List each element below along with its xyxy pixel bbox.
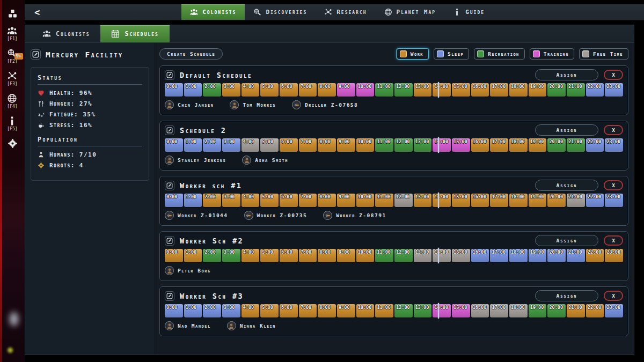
assign-button[interactable]: Assign (535, 124, 598, 136)
slot-18-00[interactable]: 18:00 (509, 138, 528, 152)
slot-11-00[interactable]: 11:00 (375, 138, 393, 152)
slot-4-00[interactable]: 4:00 (241, 83, 260, 97)
slot-14-00[interactable]: 14:00 (433, 138, 451, 152)
slot-9-00[interactable]: 9:00 (337, 304, 355, 317)
top-tab-planet-map[interactable]: Planet Map (376, 4, 445, 20)
member-peter-borg[interactable]: Peter Borg (165, 266, 211, 275)
slot-2-00[interactable]: 2:00 (203, 249, 221, 262)
rail-item-discoveries[interactable]: [F2]9+ (7, 48, 17, 64)
slot-1-00[interactable]: 1:00 (184, 194, 202, 207)
slot-1-00[interactable]: 1:00 (184, 249, 202, 262)
slot-7-00[interactable]: 7:00 (299, 83, 317, 97)
slot-5-00[interactable]: 5:00 (260, 249, 279, 262)
slot-16-00[interactable]: 16:00 (471, 138, 489, 152)
slot-7-00[interactable]: 7:00 (299, 304, 317, 317)
member-asha-smith[interactable]: Asha Smith (242, 156, 288, 165)
slot-12-00[interactable]: 12:00 (394, 249, 413, 262)
slot-13-00[interactable]: 13:00 (414, 83, 432, 97)
slot-23-00[interactable]: 23:00 (605, 83, 623, 97)
slot-0-00[interactable]: 0:00 (165, 194, 183, 207)
slot-4-00[interactable]: 4:00 (241, 194, 260, 207)
edit-icon[interactable] (165, 125, 174, 135)
legend-recreation[interactable]: Recreation (474, 48, 525, 60)
slot-17-00[interactable]: 17:00 (490, 249, 508, 262)
slot-22-00[interactable]: 22:00 (586, 249, 604, 262)
slot-5-00[interactable]: 5:00 (260, 304, 279, 317)
slot-1-00[interactable]: 1:00 (184, 304, 202, 317)
slot-22-00[interactable]: 22:00 (586, 304, 604, 317)
member-ninna-klein[interactable]: Ninna Klein (227, 321, 276, 330)
slot-19-00[interactable]: 19:00 (529, 83, 547, 97)
slot-14-00[interactable]: 14:00 (433, 194, 451, 207)
delete-button[interactable]: X (604, 70, 623, 80)
member-nao-mandel[interactable]: Nao Mandel (165, 321, 211, 330)
slot-19-00[interactable]: 19:00 (529, 249, 547, 262)
edit-icon[interactable] (31, 49, 41, 60)
slot-4-00[interactable]: 4:00 (241, 138, 260, 152)
slot-17-00[interactable]: 17:00 (490, 83, 508, 97)
slot-8-00[interactable]: 8:00 (318, 194, 336, 207)
slot-2-00[interactable]: 2:00 (203, 138, 221, 152)
slot-1-00[interactable]: 1:00 (184, 138, 202, 152)
member-worker-z-00735[interactable]: Worker Z-00735 (244, 211, 308, 220)
slot-18-00[interactable]: 18:00 (509, 304, 528, 317)
edit-icon[interactable] (165, 236, 174, 246)
slot-15-00[interactable]: 15:00 (452, 194, 470, 207)
rail-item-colonists[interactable]: [F1] (7, 26, 17, 41)
slot-20-00[interactable]: 20:00 (547, 83, 566, 97)
slot-21-00[interactable]: 21:00 (567, 83, 585, 97)
slot-23-00[interactable]: 23:00 (605, 138, 623, 152)
slot-5-00[interactable]: 5:00 (260, 83, 279, 97)
slot-11-00[interactable]: 11:00 (375, 83, 393, 97)
slot-16-00[interactable]: 16:00 (471, 83, 489, 97)
slot-23-00[interactable]: 23:00 (605, 249, 623, 262)
member-driller-z-07658[interactable]: Driller Z-07658 (292, 100, 358, 109)
slot-9-00[interactable]: 9:00 (337, 194, 355, 207)
slot-15-00[interactable]: 15:00 (452, 138, 470, 152)
legend-free-time[interactable]: Free Time (579, 48, 628, 60)
slot-20-00[interactable]: 20:00 (547, 249, 566, 262)
slot-6-00[interactable]: 6:00 (280, 138, 298, 152)
rail-item-settings[interactable] (8, 138, 18, 149)
slot-17-00[interactable]: 17:00 (490, 194, 508, 207)
slot-20-00[interactable]: 20:00 (547, 194, 566, 207)
slot-5-00[interactable]: 5:00 (260, 194, 279, 207)
edit-icon[interactable] (165, 181, 174, 190)
slot-8-00[interactable]: 8:00 (318, 304, 336, 317)
assign-button[interactable]: Assign (535, 69, 598, 80)
slot-8-00[interactable]: 8:00 (318, 138, 336, 152)
rail-item-colony[interactable] (8, 9, 18, 19)
create-schedule-button[interactable]: Create Schedule (159, 48, 223, 60)
slot-13-00[interactable]: 13:00 (414, 194, 432, 207)
slot-8-00[interactable]: 8:00 (318, 249, 336, 262)
slot-2-00[interactable]: 2:00 (203, 83, 221, 97)
slot-21-00[interactable]: 21:00 (567, 304, 585, 317)
member-worker-z-08791[interactable]: Worker Z-08791 (323, 211, 386, 220)
assign-button[interactable]: Assign (535, 180, 598, 191)
slot-10-00[interactable]: 10:00 (356, 249, 375, 262)
slot-4-00[interactable]: 4:00 (241, 304, 260, 317)
slot-16-00[interactable]: 16:00 (471, 194, 489, 207)
slot-22-00[interactable]: 22:00 (586, 194, 604, 207)
member-tom-morris[interactable]: Tom Morris (230, 100, 276, 109)
slot-18-00[interactable]: 18:00 (509, 194, 528, 207)
top-tab-research[interactable]: Research (316, 4, 375, 20)
slot-11-00[interactable]: 11:00 (375, 304, 393, 317)
slot-21-00[interactable]: 21:00 (567, 249, 585, 262)
slot-6-00[interactable]: 6:00 (280, 304, 298, 317)
slot-19-00[interactable]: 19:00 (529, 194, 547, 207)
slot-4-00[interactable]: 4:00 (241, 249, 260, 262)
slot-7-00[interactable]: 7:00 (299, 138, 317, 152)
slot-21-00[interactable]: 21:00 (567, 138, 585, 152)
slot-12-00[interactable]: 12:00 (394, 194, 413, 207)
delete-button[interactable]: X (604, 125, 623, 135)
slot-0-00[interactable]: 0:00 (165, 249, 183, 262)
edit-icon[interactable] (165, 70, 174, 80)
slot-12-00[interactable]: 12:00 (394, 304, 413, 317)
slot-13-00[interactable]: 13:00 (414, 249, 432, 262)
slot-9-00[interactable]: 9:00 (337, 83, 355, 97)
slot-1-00[interactable]: 1:00 (184, 83, 202, 97)
slot-16-00[interactable]: 16:00 (471, 304, 489, 317)
slot-12-00[interactable]: 12:00 (394, 138, 413, 152)
sub-tab-schedules[interactable]: Schedules (100, 25, 169, 42)
